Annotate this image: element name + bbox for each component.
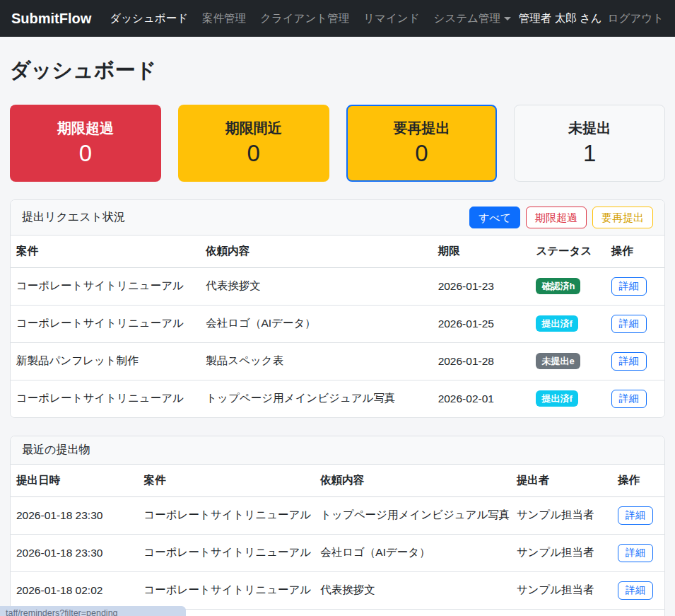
card-overdue[interactable]: 期限超過 0 — [10, 105, 161, 182]
status-badge: 提出済f — [536, 315, 577, 332]
submitter-cell: サンプル担当者 — [511, 496, 612, 534]
actions-cell: 詳細 — [612, 534, 664, 571]
content-cell: トップページ用メインビジュアル写真 — [200, 380, 432, 417]
project-cell: コーポレートサイトリニューアル — [138, 571, 315, 609]
submitter-cell: サンプル担当者 — [511, 571, 612, 609]
deadline-cell: 2026-01-28 — [433, 342, 531, 380]
col-datetime: 提出日時 — [11, 465, 138, 497]
deadline-cell: 2026-01-23 — [433, 267, 531, 305]
page-title: ダッシュボード — [10, 58, 665, 83]
col-submitter: 提出者 — [511, 465, 612, 497]
status-badge: 提出済f — [536, 390, 577, 407]
content-cell: 製品スペック表 — [200, 342, 432, 380]
datetime-cell: 2026-01-18 23:30 — [11, 534, 138, 571]
detail-button[interactable]: 詳細 — [611, 390, 647, 408]
datetime-cell: 2026-01-18 23:30 — [11, 496, 138, 534]
actions-cell: 詳細 — [606, 267, 664, 305]
nav-item-reminders[interactable]: リマインド — [358, 6, 425, 32]
datetime-cell: 2026-01-18 02:02 — [11, 571, 138, 609]
project-cell: 新製品パンフレット制作 — [11, 342, 200, 380]
requests-card-header: 提出リクエスト状況 すべて 期限超過 要再提出 — [11, 200, 664, 236]
actions-cell: 詳細 — [612, 496, 664, 534]
col-content: 依頼内容 — [315, 465, 511, 497]
card-resubmit[interactable]: 要再提出 0 — [346, 105, 498, 182]
detail-button[interactable]: 詳細 — [611, 277, 647, 296]
card-resubmit-count: 0 — [415, 139, 428, 168]
logout-link[interactable]: ログアウト — [608, 11, 664, 26]
content-cell: 会社ロゴ（AIデータ） — [315, 534, 511, 571]
requests-filter-group: すべて 期限超過 要再提出 — [469, 207, 653, 228]
col-status: ステータス — [530, 236, 605, 268]
detail-button[interactable]: 詳細 — [611, 315, 647, 333]
status-cell: 確認済h — [530, 267, 605, 305]
status-cell: 提出済f — [530, 305, 605, 342]
actions-cell: 詳細 — [606, 342, 664, 380]
brand-logo[interactable]: SubmitFlow — [11, 11, 91, 27]
request-row: 新製品パンフレット制作 製品スペック表 2026-01-28 未提出e 詳細 — [11, 342, 664, 380]
submitter-cell: サンプル担当者 — [511, 534, 612, 571]
card-not-submitted-label: 未提出 — [568, 119, 611, 137]
actions-cell: 詳細 — [612, 609, 664, 616]
detail-button[interactable]: 詳細 — [618, 506, 653, 525]
actions-cell: 詳細 — [606, 380, 664, 417]
submissions-card-title: 最近の提出物 — [22, 443, 90, 458]
deadline-cell: 2026-01-25 — [433, 305, 531, 342]
card-due-soon-count: 0 — [247, 139, 259, 168]
submissions-card: 最近の提出物 提出日時 案件 依頼内容 提出者 操作 2026-01-18 23… — [10, 436, 665, 616]
request-row: コーポレートサイトリニューアル トップページ用メインビジュアル写真 2026-0… — [11, 380, 664, 417]
requests-card: 提出リクエスト状況 すべて 期限超過 要再提出 案件 依頼内容 期限 ステータス… — [10, 199, 665, 418]
content-cell: 代表挨拶文 — [200, 267, 432, 305]
project-cell: コーポレートサイトリニューアル — [138, 534, 315, 571]
top-navbar: SubmitFlow ダッシュボード 案件管理 クライアント管理 リマインド シ… — [0, 0, 675, 37]
nav-item-projects[interactable]: 案件管理 — [196, 6, 252, 32]
requests-table-header-row: 案件 依頼内容 期限 ステータス 操作 — [11, 236, 664, 268]
card-overdue-label: 期限超過 — [57, 119, 114, 137]
request-row: コーポレートサイトリニューアル 会社ロゴ（AIデータ） 2026-01-25 提… — [11, 305, 664, 342]
status-badge: 確認済h — [536, 278, 580, 294]
requests-table: 案件 依頼内容 期限 ステータス 操作 コーポレートサイトリニューアル 代表挨拶… — [11, 236, 664, 417]
card-resubmit-label: 要再提出 — [393, 119, 450, 137]
content-cell: トップページ用メインビジュアル写真 — [315, 496, 511, 534]
status-cell: 未提出e — [530, 342, 605, 380]
submission-row: 2026-01-18 02:02 コーポレートサイトリニューアル 代表挨拶文 サ… — [11, 571, 664, 609]
project-cell: コーポレートサイトリニューアル — [11, 267, 200, 305]
col-project: 案件 — [138, 465, 315, 497]
content-cell: 代表挨拶文 — [315, 571, 511, 609]
deadline-cell: 2026-02-01 — [433, 380, 531, 417]
actions-cell: 詳細 — [612, 571, 664, 609]
content-cell: トップページ用メインビジュアル写真 — [315, 609, 511, 616]
submitter-cell: サンプル担当者 — [511, 609, 612, 616]
col-content: 依頼内容 — [200, 236, 432, 268]
nav-item-clients[interactable]: クライアント管理 — [254, 6, 355, 32]
detail-button[interactable]: 詳細 — [618, 544, 653, 562]
request-row: コーポレートサイトリニューアル 代表挨拶文 2026-01-23 確認済h 詳細 — [11, 267, 664, 305]
navbar-right: 管理者 太郎 さん ログアウト — [519, 11, 664, 26]
col-project: 案件 — [11, 236, 200, 268]
project-cell: コーポレートサイトリニューアル — [11, 305, 200, 342]
submissions-table: 提出日時 案件 依頼内容 提出者 操作 2026-01-18 23:30 コーポ… — [11, 465, 664, 616]
col-deadline: 期限 — [433, 236, 531, 268]
content-cell: 会社ロゴ（AIデータ） — [200, 305, 432, 342]
card-not-submitted[interactable]: 未提出 1 — [514, 105, 665, 182]
main-content: ダッシュボード 期限超過 0 期限間近 0 要再提出 0 未提出 1 提出リクエ… — [0, 58, 675, 616]
nav-item-dashboard[interactable]: ダッシュボード — [104, 6, 194, 32]
card-due-soon[interactable]: 期限間近 0 — [178, 105, 329, 182]
link-preview-statusbar: taff/reminders?filter=pending — [0, 606, 186, 616]
detail-button[interactable]: 詳細 — [618, 581, 653, 600]
card-overdue-count: 0 — [79, 139, 92, 168]
status-badge: 未提出e — [536, 353, 580, 369]
col-actions: 操作 — [612, 465, 664, 497]
submissions-table-header-row: 提出日時 案件 依頼内容 提出者 操作 — [11, 465, 664, 497]
card-not-submitted-count: 1 — [583, 139, 596, 168]
detail-button[interactable]: 詳細 — [611, 352, 647, 371]
nav-item-system-admin[interactable]: システム管理 — [428, 6, 517, 32]
filter-overdue-button[interactable]: 期限超過 — [526, 207, 587, 228]
col-actions: 操作 — [606, 236, 664, 268]
filter-resubmit-button[interactable]: 要再提出 — [592, 207, 653, 228]
submission-row: 2026-01-18 23:30 コーポレートサイトリニューアル トップページ用… — [11, 496, 664, 534]
nav-item-system-admin-label: システム管理 — [434, 12, 500, 24]
status-cell: 提出済f — [530, 380, 605, 417]
project-cell: コーポレートサイトリニューアル — [138, 496, 315, 534]
filter-all-button[interactable]: すべて — [469, 207, 520, 228]
actions-cell: 詳細 — [606, 305, 664, 342]
